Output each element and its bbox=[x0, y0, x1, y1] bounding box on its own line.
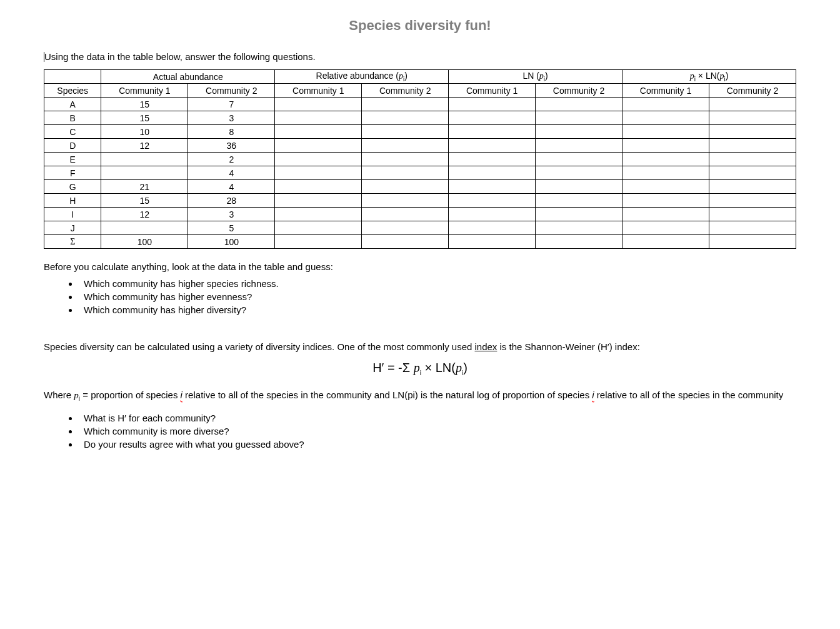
diversity-text-1: Species diversity can be calculated usin… bbox=[44, 341, 475, 352]
cell-value bbox=[449, 111, 536, 125]
cell-value bbox=[362, 166, 449, 180]
col-ln-c1: Community 1 bbox=[449, 84, 536, 98]
cell-species: B bbox=[44, 111, 101, 125]
cell-value bbox=[275, 111, 362, 125]
cell-value bbox=[622, 208, 709, 221]
cell-value bbox=[709, 111, 796, 125]
col-plnp-c2: Community 2 bbox=[709, 84, 796, 98]
cell-value bbox=[449, 208, 536, 221]
col-rel-c1: Community 1 bbox=[275, 84, 362, 98]
cell-value bbox=[101, 153, 188, 166]
cell-value bbox=[709, 235, 796, 249]
cell-value bbox=[362, 221, 449, 235]
col-plnp-c1: Community 1 bbox=[622, 84, 709, 98]
cell-value bbox=[709, 98, 796, 111]
header-pi-ln-pi: pi × LN(pi) bbox=[622, 70, 796, 84]
cell-species: Σ bbox=[44, 235, 101, 249]
where-paragraph: Where pi = proportion of species i relat… bbox=[44, 388, 796, 404]
cell-species: I bbox=[44, 208, 101, 221]
cell-value: 12 bbox=[101, 139, 188, 153]
cell-value bbox=[536, 125, 622, 139]
cell-value bbox=[449, 139, 536, 153]
cell-value bbox=[622, 166, 709, 180]
cell-value bbox=[275, 194, 362, 208]
cell-value bbox=[622, 194, 709, 208]
table-row: I123 bbox=[44, 208, 796, 221]
cell-value bbox=[536, 153, 622, 166]
header-ln-pi: LN (pi) bbox=[449, 70, 622, 84]
cell-value bbox=[536, 139, 622, 153]
cell-value bbox=[449, 98, 536, 111]
cell-value bbox=[622, 180, 709, 194]
cell-value bbox=[536, 98, 622, 111]
table-row: A157 bbox=[44, 98, 796, 111]
cell-value: 4 bbox=[188, 180, 275, 194]
cell-value bbox=[536, 111, 622, 125]
cell-value bbox=[536, 208, 622, 221]
cell-value bbox=[709, 208, 796, 221]
header-actual-abundance: Actual abundance bbox=[101, 70, 275, 84]
cell-value bbox=[709, 139, 796, 153]
col-species: Species bbox=[44, 84, 101, 98]
table-row: C108 bbox=[44, 125, 796, 139]
abundance-table: Actual abundance Relative abundance (pi)… bbox=[44, 69, 796, 249]
cell-value bbox=[362, 235, 449, 249]
shannon-formula: H′ = -Σ pi × LN(pi) bbox=[44, 361, 796, 376]
header-blank bbox=[44, 70, 101, 84]
table-row: G214 bbox=[44, 180, 796, 194]
cell-value: 4 bbox=[188, 166, 275, 180]
cell-value: 7 bbox=[188, 98, 275, 111]
table-row: B153 bbox=[44, 111, 796, 125]
list-item: Which community has higher species richn… bbox=[79, 278, 796, 289]
cell-value bbox=[362, 139, 449, 153]
cell-species: F bbox=[44, 166, 101, 180]
cell-value bbox=[449, 125, 536, 139]
table-row: H1528 bbox=[44, 194, 796, 208]
cell-value bbox=[275, 235, 362, 249]
cell-value: 3 bbox=[188, 111, 275, 125]
cell-value bbox=[536, 235, 622, 249]
cell-value: 8 bbox=[188, 125, 275, 139]
before-calc-text: Before you calculate anything, look at t… bbox=[44, 261, 796, 272]
table-row: D1236 bbox=[44, 139, 796, 153]
intro-text: Using the data in the table below, answe… bbox=[44, 51, 796, 62]
cell-value bbox=[362, 111, 449, 125]
cell-value bbox=[449, 194, 536, 208]
cell-species: G bbox=[44, 180, 101, 194]
cell-value: 3 bbox=[188, 208, 275, 221]
cell-value: 15 bbox=[101, 98, 188, 111]
table-row: E2 bbox=[44, 153, 796, 166]
cell-value bbox=[275, 125, 362, 139]
cell-value: 12 bbox=[101, 208, 188, 221]
cell-value bbox=[622, 139, 709, 153]
col-rel-c2: Community 2 bbox=[362, 84, 449, 98]
cell-species: C bbox=[44, 125, 101, 139]
cell-species: A bbox=[44, 98, 101, 111]
cell-value bbox=[275, 139, 362, 153]
diversity-index-word: index bbox=[475, 341, 498, 352]
cell-species: E bbox=[44, 153, 101, 166]
cell-value: 2 bbox=[188, 153, 275, 166]
cell-value bbox=[536, 221, 622, 235]
cell-species: H bbox=[44, 194, 101, 208]
header-relative-abundance: Relative abundance (pi) bbox=[275, 70, 449, 84]
cell-value bbox=[275, 180, 362, 194]
list-item: Which community is more diverse? bbox=[79, 426, 796, 436]
cell-value bbox=[449, 221, 536, 235]
cell-value bbox=[622, 153, 709, 166]
table-row: J5 bbox=[44, 221, 796, 235]
questions-bullet-list: What is H′ for each community? Which com… bbox=[44, 413, 796, 450]
cell-value bbox=[362, 125, 449, 139]
cell-value bbox=[449, 153, 536, 166]
cell-value bbox=[709, 194, 796, 208]
cell-value bbox=[362, 98, 449, 111]
cell-value bbox=[275, 166, 362, 180]
cell-value: 10 bbox=[101, 125, 188, 139]
cell-value bbox=[449, 180, 536, 194]
cell-value bbox=[449, 166, 536, 180]
cell-value: 21 bbox=[101, 180, 188, 194]
cell-value bbox=[622, 111, 709, 125]
table-row: F4 bbox=[44, 166, 796, 180]
intro-content: Using the data in the table below, answe… bbox=[44, 51, 316, 62]
list-item: Which community has higher evenness? bbox=[79, 291, 796, 302]
